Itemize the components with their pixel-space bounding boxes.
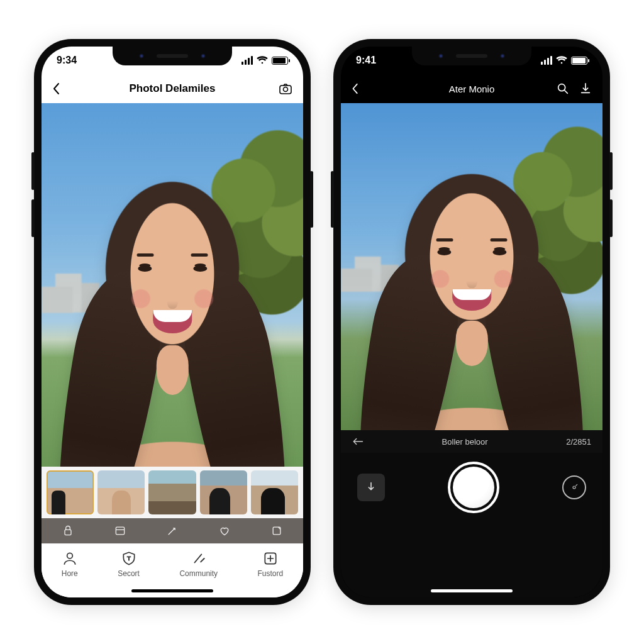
heart-icon[interactable]	[218, 525, 231, 537]
share-icon[interactable]	[270, 525, 283, 537]
screen-right: 9:41 Ater Monio	[341, 47, 602, 597]
navbar-left	[351, 83, 386, 94]
svg-point-8	[558, 84, 565, 91]
download-square-button[interactable]	[357, 474, 385, 501]
power-button[interactable]	[331, 171, 334, 228]
main-photo[interactable]	[341, 103, 602, 430]
cellular-signal-icon	[541, 56, 552, 65]
top-navbar: Ater Monio	[341, 74, 602, 103]
volume-down-button[interactable]	[31, 199, 35, 237]
notch	[113, 47, 232, 65]
svg-point-9	[573, 486, 575, 489]
mode-label: Boller beloor	[442, 437, 488, 447]
back-button[interactable]	[52, 82, 62, 95]
action-toolbar	[42, 518, 303, 543]
shutter-button[interactable]	[448, 462, 499, 513]
volume-up-button[interactable]	[31, 152, 35, 190]
svg-point-1	[284, 87, 288, 92]
page-title: Ater Monio	[386, 84, 557, 94]
status-time: 9:34	[57, 55, 77, 66]
phone-mockup-right: 9:41 Ater Monio	[333, 39, 610, 605]
thumbnail-strip	[42, 467, 303, 518]
screen-left: 9:34 Photol Delamiles	[42, 47, 303, 597]
mode-switch-button[interactable]	[562, 475, 586, 499]
tab-fustord[interactable]: Fustord	[258, 550, 284, 578]
wifi-icon	[556, 56, 567, 65]
tab-label: Fustord	[258, 569, 284, 578]
page-title: Photol Delamiles	[87, 82, 258, 95]
camera-icon[interactable]	[278, 81, 293, 96]
search-icon[interactable]	[556, 82, 570, 96]
prev-arrow[interactable]	[352, 437, 364, 446]
home-indicator[interactable]	[131, 589, 213, 592]
tab-label: Community	[179, 569, 218, 578]
panel-icon[interactable]	[114, 525, 126, 537]
thumbnail-2[interactable]	[97, 470, 145, 514]
thumbnail-4[interactable]	[200, 470, 247, 514]
svg-point-5	[67, 553, 72, 558]
navbar-right	[258, 81, 293, 96]
tab-label: Hore	[62, 569, 78, 578]
tab-community[interactable]: Community	[179, 550, 218, 578]
wand-icon[interactable]	[166, 525, 179, 537]
volume-up-button[interactable]	[609, 152, 613, 190]
main-photo[interactable]	[42, 103, 303, 467]
navbar-left	[52, 82, 87, 95]
thumbnail-5[interactable]	[251, 470, 298, 514]
thumbnail-1[interactable]	[47, 470, 94, 514]
photo-counter: 2/2851	[566, 437, 591, 447]
photo-subheader: Boller beloor 2/2851	[341, 430, 602, 453]
status-time: 9:41	[356, 55, 376, 66]
svg-rect-2	[65, 530, 71, 535]
battery-icon	[571, 57, 587, 65]
lock-icon[interactable]	[62, 525, 74, 537]
volume-down-button[interactable]	[609, 199, 613, 237]
wifi-icon	[257, 56, 268, 65]
download-icon[interactable]	[579, 82, 592, 96]
thumbnail-3[interactable]	[148, 470, 196, 514]
svg-rect-3	[116, 527, 124, 535]
battery-icon	[272, 57, 288, 65]
cellular-signal-icon	[242, 56, 253, 65]
capture-controls	[341, 453, 602, 597]
power-button[interactable]	[310, 171, 313, 228]
back-button[interactable]	[351, 83, 360, 94]
top-navbar: Photol Delamiles	[42, 74, 303, 103]
tab-label: Secort	[118, 569, 140, 578]
navbar-right	[557, 82, 592, 96]
svg-text:T: T	[127, 555, 131, 562]
home-indicator[interactable]	[431, 589, 513, 592]
tab-home[interactable]: Hore	[62, 550, 78, 578]
tab-secort[interactable]: T Secort	[118, 550, 140, 578]
notch	[412, 47, 531, 65]
phone-mockup-left: 9:34 Photol Delamiles	[34, 39, 311, 605]
